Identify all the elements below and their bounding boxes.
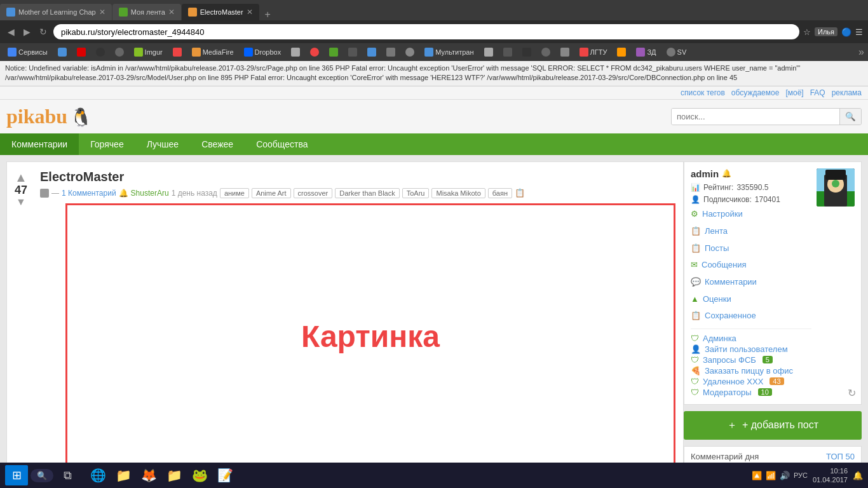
back-button[interactable]: ◀ (5, 25, 17, 38)
taskbar-pin-explorer[interactable]: 📁 (112, 464, 135, 487)
topnav-mine[interactable]: [моё] (785, 88, 803, 97)
search-input[interactable] (672, 109, 839, 125)
tab-close-1[interactable]: ✕ (99, 8, 105, 17)
admin-link-fsb[interactable]: 🛡 Запросы ФСБ 5 (691, 355, 811, 365)
refresh-button[interactable]: ↻ (37, 25, 50, 38)
network-icon[interactable]: 🔼 (752, 471, 762, 480)
post-image[interactable]: Картинка (65, 203, 675, 470)
taskbar-pin-folder2[interactable]: 📁 (163, 464, 186, 487)
bookmark-4[interactable] (92, 46, 109, 58)
address-input[interactable] (53, 24, 799, 39)
bookmark-8[interactable] (306, 46, 323, 58)
bookmark-11[interactable] (363, 46, 380, 58)
tag-crossover[interactable]: crossover (294, 188, 333, 198)
tag-darker[interactable]: Darker than Black (335, 188, 399, 198)
nav-hot[interactable]: Горячее (79, 133, 135, 155)
sidebar-link-comments[interactable]: 💬 Комментарии (691, 274, 811, 291)
nav-fresh[interactable]: Свежее (190, 133, 245, 155)
bookmark-9[interactable] (325, 46, 342, 58)
admin-link-pizza[interactable]: 🍕 Заказать пиццу в офис (691, 365, 811, 376)
top50-link[interactable]: ТОП 50 (826, 452, 855, 461)
bookmark-multitran[interactable]: Мультитран (421, 46, 477, 58)
bookmark-star-icon[interactable]: ☆ (803, 27, 811, 37)
taskbar-pin-chrome[interactable]: 🌐 (86, 464, 109, 487)
volume-icon[interactable]: 🔊 (780, 471, 790, 480)
sidebar-link-ratings[interactable]: ▲ Оценки (691, 291, 811, 308)
admin-link-mods[interactable]: 🛡 Модераторы 10 (691, 387, 811, 398)
bookmark-3[interactable] (73, 46, 90, 58)
bookmark-sv[interactable]: SV (663, 46, 691, 58)
topnav-ads[interactable]: реклама (832, 88, 862, 97)
nav-comments[interactable]: Комментарии (0, 133, 79, 155)
bookmark-services[interactable]: Сервисы (4, 46, 51, 58)
forward-button[interactable]: ▶ (21, 25, 33, 38)
admin-link-admin[interactable]: 🛡 Админка (691, 333, 811, 344)
bookmark-zd[interactable]: ЗД (632, 46, 660, 58)
wifi-icon[interactable]: 📶 (766, 471, 776, 480)
bookmark-13[interactable] (402, 46, 418, 58)
tag-bayan[interactable]: баян (488, 188, 512, 198)
nav-communities[interactable]: Сообщества (245, 133, 319, 155)
new-tab-button[interactable]: + (260, 9, 276, 20)
tab-close-2[interactable]: ✕ (168, 8, 175, 17)
comments-link[interactable]: 1 Комментарий (62, 189, 116, 198)
sidebar-link-saved[interactable]: 📋 Сохраненное (691, 308, 811, 325)
bookmark-2[interactable] (54, 46, 71, 58)
topnav-faq[interactable]: FAQ (810, 88, 825, 97)
topnav-tags[interactable]: список тегов (681, 88, 725, 97)
taskbar-pin-notes[interactable]: 📝 (214, 464, 236, 487)
bookmark-6[interactable] (169, 46, 186, 58)
taskbar-pin-firefox[interactable]: 🦊 (137, 464, 160, 487)
sidebar-link-posts[interactable]: 📋 Посты (691, 240, 811, 257)
sidebar-link-settings[interactable]: ⚙ Настройки (691, 206, 811, 223)
bookmark-19[interactable] (613, 46, 630, 58)
vote-down-button[interactable]: ▼ (16, 197, 26, 207)
tag-toaru[interactable]: ToAru (402, 188, 430, 198)
bookmark-mediafire[interactable]: MediaFire (188, 46, 238, 58)
pikabu-logo[interactable]: pikabu 🐧 (6, 105, 92, 128)
mods-badge: 10 (758, 388, 772, 396)
bookmark-16[interactable] (519, 46, 535, 58)
bookmark-18[interactable] (557, 46, 573, 58)
posts-link-icon: 📋 (691, 241, 701, 257)
bookmark-lgtu[interactable]: ЛГТУ (576, 46, 611, 58)
bookmark-dropbox[interactable]: Dropbox (240, 46, 285, 58)
taskbar-clock[interactable]: 10:16 01.04.2017 (813, 466, 848, 485)
notification-icon[interactable]: 🔔 (853, 471, 863, 480)
author-link[interactable]: ShusterAru (131, 189, 169, 198)
sidebar-refresh-icon[interactable]: ↻ (848, 387, 856, 399)
vote-up-button[interactable]: ▲ (15, 171, 27, 184)
tab-close-3[interactable]: ✕ (247, 8, 253, 17)
extensions-icon[interactable]: 🔵 (841, 27, 851, 37)
taskbar-search[interactable]: 🔍 (31, 469, 53, 482)
sidebar-link-messages[interactable]: ✉ Сообщения (691, 257, 811, 274)
bookmark-10[interactable] (344, 46, 361, 58)
nav-best[interactable]: Лучшее (135, 133, 190, 155)
bookmark-14[interactable] (480, 46, 497, 58)
taskbar-pin-messenger[interactable]: 🐸 (188, 464, 211, 487)
tab-2[interactable]: Моя лента ✕ (112, 4, 181, 20)
bookmark-15[interactable] (499, 46, 516, 58)
tag-anime-art[interactable]: Anime Art (252, 188, 291, 198)
start-button[interactable]: ⊞ (5, 465, 28, 485)
admin-link-deleted[interactable]: 🛡 Удаленное ХХХ 43 (691, 376, 811, 387)
tag-anime[interactable]: аниме (220, 188, 249, 198)
admin-label-5: Модераторы (703, 388, 752, 397)
bookmark-7[interactable] (287, 46, 304, 58)
admin-link-user[interactable]: 👤 Зайти пользователем (691, 344, 811, 355)
settings-icon[interactable]: ☰ (855, 27, 863, 37)
search-button[interactable]: 🔍 (839, 109, 861, 125)
tab-3[interactable]: ElectroMaster ✕ (182, 4, 259, 20)
topnav-discussed[interactable]: обсуждаемое (731, 88, 780, 97)
add-post-button[interactable]: ＋ + добавить пост (684, 411, 862, 440)
bookmarks-more-button[interactable]: » (858, 46, 864, 58)
bookmark-5[interactable] (111, 46, 128, 58)
task-view-button[interactable]: ⧉ (56, 465, 79, 485)
sidebar-link-lenta[interactable]: 📋 Лента (691, 223, 811, 240)
tag-misaka[interactable]: Misaka Mikoto (431, 188, 485, 198)
tab-1[interactable]: Mother of Learning Chap ✕ (0, 4, 112, 20)
bookmark-17[interactable] (538, 46, 554, 58)
bookmark-12[interactable] (383, 46, 399, 58)
bookmark-imgur[interactable]: Imgur (130, 46, 166, 58)
bookmark-icon-2 (58, 48, 67, 57)
